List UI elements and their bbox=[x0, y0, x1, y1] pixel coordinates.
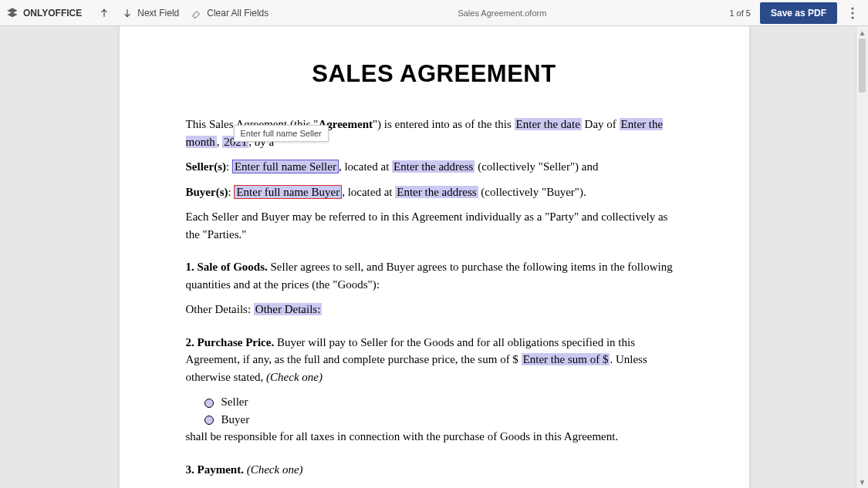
more-menu-button[interactable] bbox=[843, 4, 862, 22]
save-as-pdf-button[interactable]: Save as PDF bbox=[760, 2, 837, 24]
field-other-details[interactable]: Other Details: bbox=[254, 303, 323, 315]
field-buyer-address[interactable]: Enter the address bbox=[395, 186, 478, 198]
page-title: SALES AGREEMENT bbox=[186, 60, 683, 88]
section-3: 3. Payment. (Check one) bbox=[186, 461, 683, 479]
field-buyer-name[interactable]: Enter full name Buyer bbox=[234, 185, 342, 199]
page: SALES AGREEMENT This Sales Agreement (th… bbox=[120, 26, 749, 488]
next-field-label: Next Field bbox=[137, 8, 179, 19]
svg-point-0 bbox=[851, 7, 853, 9]
next-field-button[interactable]: Next Field bbox=[116, 5, 185, 22]
scroll-up-button[interactable]: ▲ bbox=[856, 26, 868, 39]
document-title: Sales Agreement.oform bbox=[275, 8, 729, 18]
option-seller-row: Seller bbox=[204, 393, 683, 411]
svg-point-2 bbox=[851, 16, 853, 19]
parties-paragraph: Each Seller and Buyer may be referred to… bbox=[186, 208, 683, 243]
scrollbar[interactable]: ▲ ▼ bbox=[856, 26, 868, 488]
seller-row: Seller(s): Enter full name Seller, locat… bbox=[186, 158, 683, 176]
radio-buyer[interactable] bbox=[204, 416, 214, 425]
option-buyer-row: Buyer bbox=[204, 411, 683, 429]
field-date[interactable]: Enter the date bbox=[515, 118, 582, 130]
scroll-thumb[interactable] bbox=[859, 39, 866, 93]
scroll-down-button[interactable]: ▼ bbox=[856, 476, 868, 488]
viewport: SALES AGREEMENT This Sales Agreement (th… bbox=[0, 26, 868, 488]
field-sum[interactable]: Enter the sum of $ bbox=[522, 353, 610, 365]
field-tooltip: Enter full name Seller bbox=[234, 125, 329, 142]
section-1: 1. Sale of Goods. Seller agrees to sell,… bbox=[186, 258, 683, 293]
radio-seller[interactable] bbox=[204, 399, 214, 408]
other-details-row: Other Details: Other Details: bbox=[186, 301, 683, 318]
section-2-tail: shall be responsible for all taxes in co… bbox=[186, 428, 683, 446]
kebab-icon bbox=[851, 7, 854, 19]
eraser-icon bbox=[191, 8, 202, 19]
section-2: 2. Purchase Price. Buyer will pay to Sel… bbox=[186, 334, 683, 386]
logo-icon bbox=[6, 7, 19, 19]
app-logo: ONLYOFFICE bbox=[6, 7, 82, 19]
page-indicator: 1 of 5 bbox=[729, 8, 751, 18]
clear-all-button[interactable]: Clear All Fields bbox=[185, 5, 275, 22]
clear-all-label: Clear All Fields bbox=[207, 8, 269, 19]
app-name: ONLYOFFICE bbox=[23, 8, 82, 19]
prev-field-button[interactable] bbox=[93, 5, 116, 22]
field-seller-name[interactable]: Enter full name Seller bbox=[232, 160, 339, 173]
field-seller-address[interactable]: Enter the address bbox=[392, 160, 475, 173]
toolbar: ONLYOFFICE Next Field Clear All Fields S… bbox=[0, 0, 868, 26]
buyer-row: Buyer(s): Enter full name Buyer, located… bbox=[186, 183, 683, 201]
svg-point-1 bbox=[851, 12, 853, 14]
